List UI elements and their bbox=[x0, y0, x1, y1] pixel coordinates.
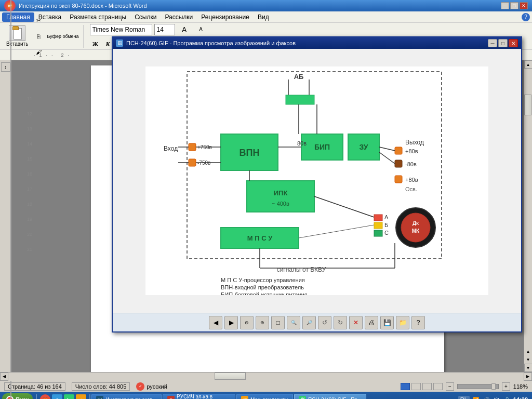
hscroll-track[interactable] bbox=[8, 373, 524, 381]
svg-rect-20 bbox=[189, 159, 196, 166]
ie-icon[interactable]: e bbox=[52, 394, 62, 399]
docs-task-icon: 📁 bbox=[241, 396, 248, 399]
start-button[interactable]: Пуск bbox=[2, 393, 33, 399]
viewer-toolbar: ◀ ▶ ⊖ ⊕ □ 🔍 🔎 ↺ ↻ ✕ 🖨 💾 📁 ? bbox=[113, 313, 521, 331]
music-icon[interactable]: ♪ bbox=[76, 394, 86, 399]
horizontal-scrollbar[interactable]: ◀ ▶ bbox=[0, 372, 532, 380]
bold-button[interactable]: Ж bbox=[90, 39, 101, 50]
view-full-screen[interactable] bbox=[411, 383, 421, 390]
font-size-input[interactable] bbox=[154, 24, 175, 35]
scroll-down-small[interactable]: ▼ bbox=[526, 355, 530, 364]
zoom-slider[interactable] bbox=[457, 384, 499, 389]
increase-font-button[interactable]: A bbox=[177, 22, 192, 37]
menu-layout[interactable]: Разметка страницы bbox=[65, 12, 130, 22]
viewer-zoom-out-button[interactable]: ⊖ bbox=[240, 316, 254, 329]
viewer-delete-button[interactable]: ✕ bbox=[349, 316, 363, 329]
maximize-button[interactable]: □ bbox=[510, 2, 518, 9]
view-print-layout[interactable] bbox=[401, 383, 410, 390]
viewer-zoom-100-button[interactable]: 🔎 bbox=[302, 316, 316, 329]
content-area: ↕ 11 12 13 14 15 16 17 18 19 20 21 управ… bbox=[0, 60, 532, 372]
taskbar-item-1[interactable]: R РУСИЧ эл-ка в ПЕЧА... bbox=[163, 394, 235, 399]
title-bar: W Инструкция по эксп 80-760.docx - Micro… bbox=[0, 0, 532, 11]
paste-button[interactable]: Вставить bbox=[4, 24, 30, 48]
system-tray: RL 📶 🔊 🛡 🔒 14:29 bbox=[458, 395, 530, 399]
view-outline[interactable] bbox=[433, 383, 443, 390]
svg-rect-25 bbox=[395, 147, 402, 154]
view-web-layout[interactable] bbox=[422, 383, 432, 390]
clipboard-label: Буфер обмена bbox=[47, 34, 78, 39]
quick-launch: 🦊 e ▶ ♪ bbox=[40, 394, 86, 399]
minimize-button[interactable]: ─ bbox=[501, 2, 509, 9]
svg-text:ИПК: ИПК bbox=[274, 189, 288, 197]
page-status: Страница: 46 из 164 bbox=[4, 382, 65, 391]
svg-text:М П С У-процессор управления: М П С У-процессор управления bbox=[221, 277, 305, 283]
menu-mailings[interactable]: Рассылки bbox=[161, 12, 197, 22]
hscroll-right-button[interactable]: ▶ bbox=[524, 373, 532, 381]
scroll-up-small[interactable]: ▲ bbox=[526, 347, 530, 355]
font-name-input[interactable] bbox=[90, 24, 152, 35]
help-icon[interactable]: ? bbox=[522, 13, 530, 21]
svg-text:A: A bbox=[384, 214, 389, 220]
scroll-up-button[interactable]: ▲ bbox=[524, 60, 533, 69]
taskbar-item-2[interactable]: 📁 Мои документы bbox=[236, 394, 293, 399]
viewer-forward-button[interactable]: ▶ bbox=[224, 316, 238, 329]
taskbar-item-0[interactable]: W Инструкция по эксп... bbox=[91, 394, 162, 399]
svg-text:БИП: БИП bbox=[314, 143, 330, 151]
zoom-out-button[interactable]: − bbox=[446, 382, 454, 391]
hscroll-thumb[interactable] bbox=[215, 373, 246, 380]
viewer-help-button[interactable]: ? bbox=[411, 316, 425, 329]
scroll-thumb[interactable] bbox=[524, 95, 531, 115]
svg-text:80в: 80в bbox=[297, 140, 307, 147]
launch-icon[interactable]: ▶ bbox=[64, 394, 74, 399]
word-count-status: Число слов: 44 805 bbox=[72, 382, 130, 391]
viewer-save-button[interactable]: 💾 bbox=[380, 316, 394, 329]
decrease-font-button[interactable]: A bbox=[194, 22, 208, 37]
zoom-thumb[interactable] bbox=[491, 383, 496, 390]
firefox-icon[interactable]: 🦊 bbox=[40, 394, 50, 399]
cut-button[interactable]: ✂ bbox=[31, 14, 46, 28]
menu-bar: Главная Вставка Разметка страницы Ссылки… bbox=[0, 11, 532, 23]
svg-text:+80в: +80в bbox=[405, 177, 418, 183]
tray-antivirus2-icon: 🔒 bbox=[503, 395, 511, 399]
svg-text:C: C bbox=[384, 230, 389, 236]
close-button[interactable]: ✕ bbox=[520, 2, 528, 9]
svg-text:Дк: Дк bbox=[413, 220, 419, 226]
svg-text:М П С У: М П С У bbox=[247, 234, 273, 242]
menu-references[interactable]: Ссылки bbox=[130, 12, 161, 22]
scroll-track[interactable] bbox=[524, 69, 533, 347]
viewer-zoom-fit-button[interactable]: 🔍 bbox=[287, 316, 300, 329]
svg-text:ВПН: ВПН bbox=[240, 148, 260, 158]
svg-rect-27 bbox=[395, 176, 402, 183]
taskbar-item-3[interactable]: 🖼 ПСН-24(60).GIF - Пр... bbox=[294, 394, 366, 399]
view-tool-1[interactable]: ↕ bbox=[1, 62, 10, 72]
viewer-open-button[interactable]: 📁 bbox=[396, 316, 409, 329]
menu-view[interactable]: Вид bbox=[254, 12, 273, 22]
svg-point-40 bbox=[401, 213, 430, 242]
taskbar-divider-2 bbox=[89, 394, 90, 399]
viewer-back-button[interactable]: ◀ bbox=[209, 316, 222, 329]
viewer-content: АБ ВПН БИП ЗУ bbox=[113, 60, 521, 313]
taskbar: Пуск 🦊 e ▶ ♪ W Инструкция по эксп... R Р… bbox=[0, 392, 532, 399]
svg-text:Осв.: Осв. bbox=[405, 186, 417, 192]
taskbar-item-3-label: ПСН-24(60).GIF - Пр... bbox=[308, 397, 362, 400]
viewer-rotate-left-button[interactable]: ↺ bbox=[318, 316, 331, 329]
svg-rect-0 bbox=[145, 66, 488, 295]
menu-review[interactable]: Рецензирование bbox=[197, 12, 254, 22]
taskbar-item-2-label: Мои документы bbox=[250, 397, 288, 400]
start-label: Пуск bbox=[16, 396, 29, 399]
viewer-rotate-right-button[interactable]: ↻ bbox=[334, 316, 347, 329]
window-controls: ─ □ ✕ bbox=[501, 2, 528, 9]
hscroll-left-button[interactable]: ◀ bbox=[0, 373, 8, 381]
vertical-scrollbar[interactable]: ▲ ▲ ▼ ▼ bbox=[524, 60, 532, 372]
viewer-print-button[interactable]: 🖨 bbox=[365, 316, 378, 329]
svg-rect-35 bbox=[374, 230, 382, 236]
copy-button[interactable]: ⎘ bbox=[31, 29, 46, 44]
scroll-down-button[interactable]: ▼ bbox=[524, 364, 533, 372]
image-viewer-window[interactable]: 🖼 ПСН-24(60).GIF - Программа просмотра и… bbox=[112, 60, 522, 332]
zoom-in-button[interactable]: + bbox=[502, 382, 510, 391]
viewer-zoom-in-button[interactable]: ⊕ bbox=[256, 316, 269, 329]
menu-home[interactable]: Главная bbox=[2, 12, 34, 22]
svg-rect-34 bbox=[374, 222, 382, 229]
svg-text:сигналы от БКВУ: сигналы от БКВУ bbox=[277, 266, 326, 273]
viewer-window-button[interactable]: □ bbox=[271, 316, 285, 329]
